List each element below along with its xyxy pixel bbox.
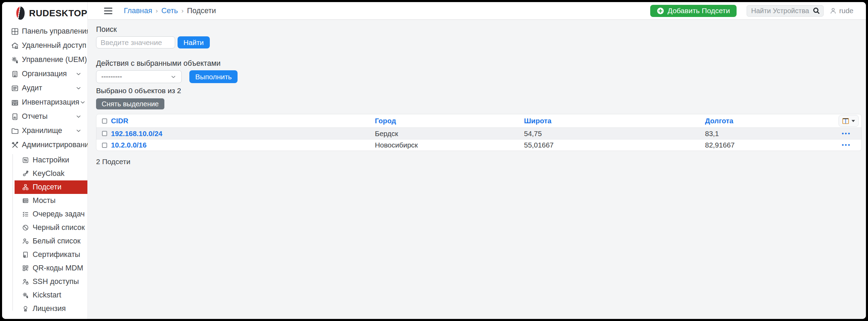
sidebar-item-reports[interactable]: Отчеты: [2, 109, 87, 124]
breadcrumb-current: Подсети: [187, 7, 216, 15]
search-input[interactable]: [96, 36, 175, 48]
device-search-icon[interactable]: [813, 7, 820, 15]
sidebar-nav: Панель управления Удаленный доступ Управ…: [2, 24, 87, 315]
certificate-icon: [22, 251, 29, 258]
column-header-lat[interactable]: Широта: [524, 117, 705, 125]
app-window: RUDESKTOP Панель управления Удаленный до…: [2, 2, 866, 319]
sidebar: RUDESKTOP Панель управления Удаленный до…: [2, 2, 88, 319]
column-picker-button[interactable]: [839, 115, 859, 127]
columns-icon: [842, 118, 849, 124]
column-header-lon[interactable]: Долгота: [705, 117, 828, 125]
chevron-down-icon: [75, 127, 82, 134]
hamburger-icon[interactable]: [104, 8, 112, 14]
plus-circle-icon: [657, 7, 664, 15]
uem-gear-icon: [11, 56, 19, 64]
building-icon: [11, 70, 19, 78]
device-search-input[interactable]: [747, 5, 824, 17]
inventory-shelf-icon: [11, 98, 19, 107]
sidebar-item-dashboard[interactable]: Панель управления: [2, 24, 87, 38]
cell-lat: 54,75: [524, 130, 705, 138]
search-label: Поиск: [96, 25, 866, 34]
sidebar-item-ssh-access[interactable]: SSH доступы: [2, 275, 87, 288]
server-icon: [22, 197, 29, 204]
qr-code-icon: [22, 265, 29, 272]
select-caret-icon: [170, 74, 177, 80]
breadcrumb-network[interactable]: Сеть: [161, 7, 178, 15]
cell-lon: 82,91667: [705, 141, 828, 149]
user-lock-icon: [22, 278, 29, 285]
sidebar-item-certificates[interactable]: Сертификаты: [2, 248, 87, 261]
logo[interactable]: RUDESKTOP: [2, 2, 87, 24]
license-ribbon-icon: [22, 305, 29, 312]
sidebar-item-blacklist[interactable]: Черный список: [2, 221, 87, 234]
column-header-cidr[interactable]: CIDR: [109, 117, 375, 125]
sidebar-item-organization[interactable]: Организация: [2, 67, 87, 81]
user-menu[interactable]: rude: [830, 7, 853, 15]
key-icon: [22, 170, 29, 177]
content: Поиск Найти Действия с выбранными объект…: [88, 20, 866, 319]
user-shield-icon: [22, 238, 29, 245]
settings-icon: [22, 157, 29, 164]
rudesktop-logo-icon: [16, 7, 25, 20]
chevron-down-icon: [75, 113, 82, 120]
main-column: Главная › Сеть › Подсети Добавить Подсет…: [88, 2, 866, 319]
breadcrumb-home[interactable]: Главная: [124, 7, 152, 15]
cidr-link[interactable]: 192.168.10.0/24: [109, 130, 375, 138]
add-subnet-button[interactable]: Добавить Подсети: [650, 5, 737, 17]
sidebar-item-license[interactable]: Лицензия: [2, 302, 87, 315]
device-search: [747, 5, 824, 17]
user-icon: [830, 7, 837, 15]
row-checkbox[interactable]: [102, 143, 107, 148]
chevron-down-icon: [75, 71, 82, 77]
sidebar-item-kickstart[interactable]: Kickstart: [2, 288, 87, 302]
clear-selection-button[interactable]: Снять выделение: [96, 98, 164, 109]
sidebar-item-task-queue[interactable]: Очередь задач: [2, 207, 87, 221]
kickstart-gear-icon: [22, 292, 29, 299]
block-icon: [22, 224, 29, 231]
sidebar-item-remote-access[interactable]: Удаленный доступ: [2, 38, 87, 53]
actions-select-value: ---------: [101, 73, 122, 81]
dashboard-icon: [11, 27, 19, 36]
sidebar-item-inventory[interactable]: Инвентаризация: [2, 95, 87, 109]
caret-down-icon: [851, 120, 855, 122]
cidr-link[interactable]: 10.2.0.0/16: [109, 141, 375, 149]
cell-lon: 83,1: [705, 130, 828, 138]
administration-submenu: Настройки KeyCloak Подсети Мосты Очередь…: [2, 153, 87, 315]
tools-icon: [11, 141, 19, 149]
cell-lat: 55,01667: [524, 141, 705, 149]
topbar: Главная › Сеть › Подсети Добавить Подсет…: [88, 2, 866, 20]
task-queue-icon: [22, 211, 29, 218]
cell-city: Новосибирск: [375, 141, 524, 149]
sidebar-item-subnets[interactable]: Подсети: [15, 180, 87, 194]
remote-access-icon: [11, 42, 19, 50]
actions-select[interactable]: ---------: [96, 70, 182, 83]
select-all-checkbox[interactable]: [102, 118, 107, 124]
breadcrumb-separator: ›: [181, 7, 183, 15]
selection-status: Выбрано 0 объектов из 2: [96, 87, 866, 95]
sidebar-item-bridges[interactable]: Мосты: [2, 194, 87, 207]
table-row: 10.2.0.0/16 Новосибирск 55,01667 82,9166…: [96, 139, 861, 151]
actions-label: Действия с выбранными объектами: [96, 59, 866, 68]
sidebar-item-uem[interactable]: Управление (UEM): [2, 53, 87, 67]
sidebar-item-administration[interactable]: Администрирование: [2, 138, 87, 152]
add-subnet-label: Добавить Подсети: [668, 7, 730, 15]
report-doc-icon: [11, 113, 19, 121]
sidebar-item-whitelist[interactable]: Белый список: [2, 234, 87, 248]
row-actions-icon[interactable]: •••: [842, 130, 851, 137]
column-header-city[interactable]: Город: [375, 117, 524, 125]
sidebar-item-audit[interactable]: Аудит: [2, 81, 87, 95]
sidebar-item-settings[interactable]: Настройки: [2, 153, 87, 167]
row-actions-icon[interactable]: •••: [842, 142, 851, 149]
breadcrumb: Главная › Сеть › Подсети: [124, 7, 216, 15]
cell-city: Бердск: [375, 130, 524, 138]
row-checkbox[interactable]: [102, 131, 107, 136]
chevron-down-icon: [79, 99, 86, 106]
sidebar-item-qr-codes[interactable]: QR-коды MDM: [2, 261, 87, 275]
search-button[interactable]: Найти: [178, 36, 210, 48]
execute-button[interactable]: Выполнить: [189, 70, 238, 83]
folder-icon: [11, 127, 19, 135]
sidebar-item-keycloak[interactable]: KeyCloak: [2, 167, 87, 180]
subnets-icon: [22, 184, 29, 191]
table-row: 192.168.10.0/24 Бердск 54,75 83,1 •••: [96, 128, 861, 139]
sidebar-item-storage[interactable]: Хранилище: [2, 124, 87, 138]
